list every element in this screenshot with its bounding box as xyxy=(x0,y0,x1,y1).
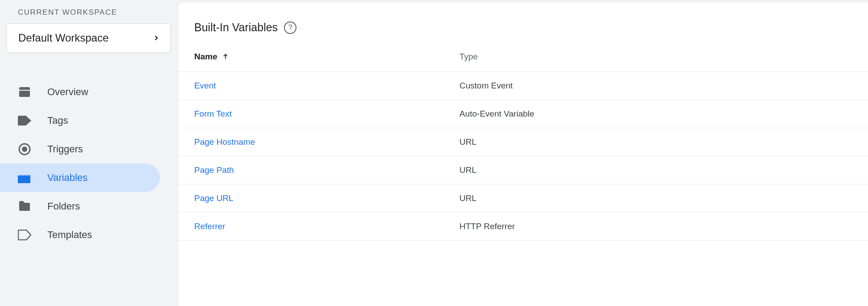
svg-rect-0 xyxy=(19,91,30,97)
variable-type: URL xyxy=(459,193,476,203)
workspace-section-label: CURRENT WORKSPACE xyxy=(0,8,178,17)
help-icon[interactable]: ? xyxy=(284,21,296,34)
panel-header: Built-In Variables ? xyxy=(178,2,868,34)
template-icon xyxy=(18,228,31,242)
column-header-type[interactable]: Type xyxy=(459,52,478,62)
nav-label: Templates xyxy=(47,229,92,241)
variable-name-link[interactable]: Page Hostname xyxy=(194,137,459,147)
table-row[interactable]: Page Hostname URL xyxy=(178,128,868,156)
sidebar-item-triggers[interactable]: Triggers xyxy=(0,135,160,163)
nav-label: Folders xyxy=(47,201,80,212)
folder-icon xyxy=(18,200,31,213)
variable-name-link[interactable]: Form Text xyxy=(194,109,459,119)
sidebar-item-tags[interactable]: Tags xyxy=(0,106,160,135)
variable-name-link[interactable]: Event xyxy=(194,81,459,91)
nav-label: Tags xyxy=(47,115,68,126)
workspace-selector[interactable]: Default Workspace xyxy=(6,23,171,53)
chevron-right-icon xyxy=(152,34,160,42)
table-row[interactable]: Event Custom Event xyxy=(178,72,868,100)
column-header-name[interactable]: Name xyxy=(194,52,459,62)
variable-name-link[interactable]: Referrer xyxy=(194,222,459,231)
panel-title: Built-In Variables xyxy=(194,21,278,34)
nav-label: Variables xyxy=(47,172,88,184)
sidebar-item-variables[interactable]: Variables xyxy=(0,163,160,192)
variables-table: Name Type Event Custom Event Form Text A… xyxy=(178,52,868,241)
main-panel: Built-In Variables ? Name Type Event Cus… xyxy=(178,2,868,306)
table-row[interactable]: Form Text Auto-Event Variable xyxy=(178,100,868,128)
svg-point-2 xyxy=(22,147,27,152)
variable-type: Auto-Event Variable xyxy=(459,109,534,119)
nav-label: Overview xyxy=(47,86,88,98)
variable-type: Custom Event xyxy=(459,81,513,91)
table-row[interactable]: Referrer HTTP Referrer xyxy=(178,213,868,241)
trigger-icon xyxy=(18,143,31,156)
nav-label: Triggers xyxy=(47,143,83,155)
tag-icon xyxy=(18,114,31,127)
table-row[interactable]: Page URL URL xyxy=(178,184,868,213)
variable-name-link[interactable]: Page Path xyxy=(194,165,459,175)
overview-icon xyxy=(18,85,31,99)
column-name-label: Name xyxy=(194,52,217,62)
variable-icon xyxy=(18,171,31,184)
table-header-row: Name Type xyxy=(178,52,868,72)
sidebar-item-folders[interactable]: Folders xyxy=(0,192,160,221)
variable-type: HTTP Referrer xyxy=(459,222,515,231)
sort-ascending-icon xyxy=(222,53,229,60)
variable-type: URL xyxy=(459,165,476,175)
sidebar: CURRENT WORKSPACE Default Workspace Over… xyxy=(0,0,178,306)
variable-name-link[interactable]: Page URL xyxy=(194,193,459,203)
table-row[interactable]: Page Path URL xyxy=(178,156,868,184)
workspace-name: Default Workspace xyxy=(18,32,108,44)
sidebar-item-overview[interactable]: Overview xyxy=(0,78,160,106)
sidebar-nav: Overview Tags Triggers xyxy=(0,78,178,249)
variable-type: URL xyxy=(459,137,476,147)
sidebar-item-templates[interactable]: Templates xyxy=(0,221,160,249)
